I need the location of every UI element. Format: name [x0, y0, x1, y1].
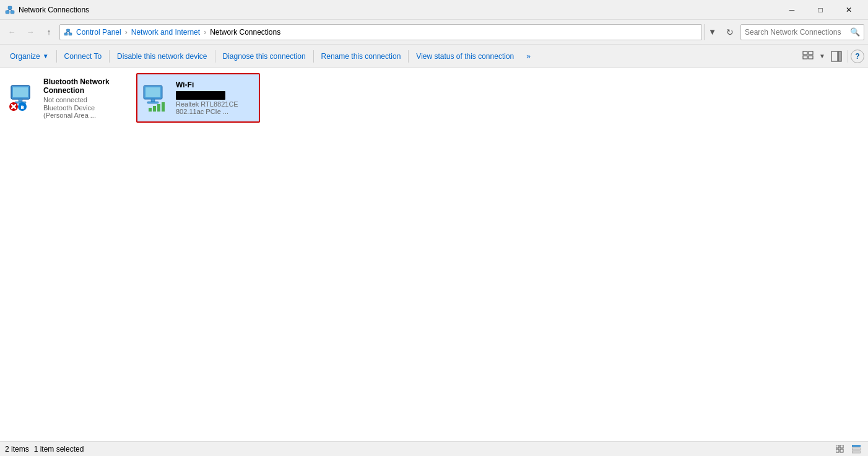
svg-rect-39: [852, 448, 861, 450]
view-options-button[interactable]: [799, 48, 817, 65]
svg-rect-27: [145, 87, 160, 97]
search-input[interactable]: [745, 28, 850, 37]
toolbar: Organize ▼ Connect To Disable this netwo…: [0, 45, 868, 68]
forward-button[interactable]: →: [22, 24, 38, 40]
status-bar: 2 items 1 item selected: [0, 441, 868, 456]
status-view-btn-1[interactable]: [833, 442, 847, 456]
svg-rect-5: [64, 33, 67, 35]
svg-rect-0: [6, 11, 9, 14]
svg-rect-29: [147, 102, 158, 103]
bluetooth-item-status: Not connected: [43, 96, 125, 103]
diagnose-button[interactable]: Diagnose this connection: [217, 46, 312, 66]
close-button[interactable]: ✕: [835, 0, 863, 20]
svg-rect-12: [803, 56, 807, 59]
help-button[interactable]: ?: [851, 50, 864, 63]
svg-rect-18: [13, 87, 28, 97]
svg-rect-15: [838, 51, 841, 61]
window-title: Network Connections: [19, 6, 778, 14]
wifi-ssid-redacted: [176, 91, 225, 100]
wifi-item-name: Wi-Fi: [176, 81, 255, 89]
selected-info: 1 item selected: [34, 445, 84, 454]
svg-rect-11: [809, 51, 813, 55]
network-items-container: ʙ Bluetooth Network Connection Not conne…: [5, 73, 863, 123]
organize-button[interactable]: Organize ▼: [4, 46, 55, 66]
svg-rect-33: [162, 102, 165, 112]
svg-line-9: [68, 32, 71, 33]
title-bar-icon: [5, 5, 15, 15]
wifi-item-status: [176, 90, 255, 99]
status-list-icon: [852, 445, 861, 454]
status-grid-icon: [836, 445, 844, 454]
address-bar: ← → ↑ Control Panel › Network and Intern…: [0, 20, 868, 45]
svg-rect-13: [809, 56, 813, 59]
status-right: [833, 442, 863, 456]
svg-rect-14: [831, 51, 838, 61]
svg-rect-1: [11, 11, 14, 14]
svg-rect-37: [840, 449, 843, 452]
main-content: ʙ Bluetooth Network Connection Not conne…: [0, 68, 868, 441]
view-options-icon: [802, 51, 814, 62]
svg-rect-32: [157, 104, 160, 112]
search-icon: 🔍: [850, 27, 860, 37]
svg-rect-7: [67, 29, 70, 32]
bluetooth-item-text: Bluetooth Network Connection Not connect…: [43, 77, 125, 119]
title-bar: Network Connections ─ □ ✕: [0, 0, 868, 20]
svg-rect-31: [153, 106, 156, 112]
status-left: 2 items 1 item selected: [5, 445, 84, 454]
svg-text:ʙ: ʙ: [20, 103, 24, 110]
items-count: 2 items: [5, 445, 29, 454]
minimize-button[interactable]: ─: [778, 0, 806, 20]
breadcrumb-control-panel[interactable]: Control Panel: [76, 28, 121, 37]
svg-rect-35: [840, 445, 843, 448]
disable-button[interactable]: Disable this network device: [111, 46, 213, 66]
bluetooth-item-adapter: Bluetooth Device (Personal Area ...: [43, 104, 125, 119]
bluetooth-adapter-icon: ʙ: [9, 83, 38, 113]
svg-rect-34: [836, 445, 839, 448]
wifi-item-adapter: Realtek RTL8821CE 802.11ac PCIe ...: [176, 100, 255, 115]
connect-to-button[interactable]: Connect To: [58, 46, 108, 66]
rename-button[interactable]: Rename this connection: [315, 46, 407, 66]
path-icon: [64, 27, 74, 37]
svg-rect-40: [852, 451, 861, 453]
svg-line-8: [66, 32, 69, 33]
svg-line-4: [10, 9, 12, 11]
address-dropdown-button[interactable]: ▼: [705, 24, 719, 40]
address-path[interactable]: Control Panel › Network and Internet › N…: [59, 24, 702, 40]
network-item-wifi[interactable]: Wi-Fi Realtek RTL8821CE 802.11ac PCIe ..…: [136, 73, 260, 123]
wifi-adapter-icon: [141, 83, 171, 113]
svg-rect-2: [8, 6, 12, 9]
network-item-bluetooth[interactable]: ʙ Bluetooth Network Connection Not conne…: [5, 73, 129, 123]
back-button[interactable]: ←: [4, 24, 20, 40]
toolbar-right: ▼ ?: [799, 48, 864, 65]
svg-rect-30: [149, 108, 152, 112]
up-button[interactable]: ↑: [41, 24, 57, 40]
window-controls: ─ □ ✕: [778, 0, 863, 20]
toolbar-sep-3: [215, 50, 215, 63]
svg-rect-6: [69, 33, 72, 35]
svg-rect-19: [19, 99, 22, 102]
status-view-btn-2[interactable]: [849, 442, 863, 456]
toolbar-sep-4: [313, 50, 314, 63]
toolbar-sep-right: [848, 50, 848, 63]
sep2: ›: [204, 28, 206, 37]
view-dropdown-icon: ▼: [819, 53, 825, 59]
search-box[interactable]: 🔍: [740, 24, 864, 40]
maximize-button[interactable]: □: [806, 0, 835, 20]
svg-rect-38: [852, 445, 861, 447]
svg-line-3: [7, 9, 10, 11]
breadcrumb-network-internet[interactable]: Network and Internet: [131, 28, 200, 37]
svg-rect-28: [151, 99, 155, 102]
pane-icon: [831, 51, 842, 62]
svg-rect-36: [836, 449, 839, 452]
toolbar-sep-2: [109, 50, 110, 63]
view-status-button[interactable]: View status of this connection: [410, 46, 520, 66]
wifi-item-text: Wi-Fi Realtek RTL8821CE 802.11ac PCIe ..…: [176, 81, 255, 115]
sep1: ›: [125, 28, 128, 37]
toolbar-sep-5: [408, 50, 409, 63]
details-pane-button[interactable]: [828, 48, 845, 65]
svg-rect-10: [803, 51, 807, 55]
bluetooth-item-name: Bluetooth Network Connection: [43, 77, 125, 95]
breadcrumb-network-connections: Network Connections: [210, 28, 280, 37]
refresh-button[interactable]: ↻: [722, 24, 738, 40]
more-button[interactable]: »: [520, 46, 537, 66]
